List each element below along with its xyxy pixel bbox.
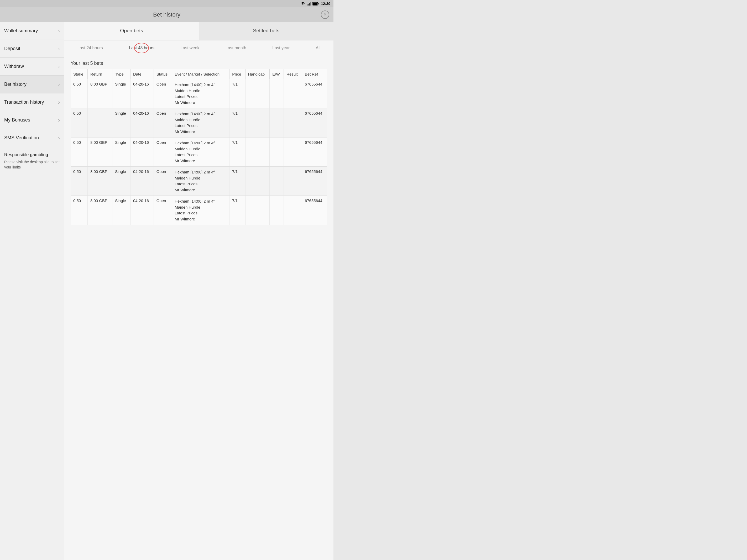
col-betref: Bet Ref	[302, 69, 327, 79]
signal-icon	[307, 2, 311, 5]
sidebar-item-my-bonuses[interactable]: My Bonuses ›	[0, 111, 64, 129]
status-time: 12:30	[321, 2, 330, 6]
filter-all[interactable]: All	[313, 45, 323, 51]
col-stake: Stake	[71, 69, 87, 79]
chevron-right-icon: ›	[58, 117, 60, 123]
svg-rect-3	[310, 2, 311, 5]
filter-last-48-label: Last 48 hours	[129, 46, 154, 50]
sidebar-label-sms-verification: SMS Verification	[4, 135, 39, 141]
svg-rect-0	[307, 4, 307, 5]
sidebar-item-wallet-summary[interactable]: Wallet summary ›	[0, 22, 64, 40]
tab-settled-bets-label: Settled bets	[253, 28, 279, 33]
table-row: 0.508:00 GBPSingle04-20-16OpenHexham [14…	[71, 196, 327, 225]
svg-rect-2	[309, 3, 310, 5]
col-status: Status	[154, 69, 172, 79]
chevron-right-icon: ›	[58, 99, 60, 105]
sidebar-label-transaction-history: Transaction history	[4, 100, 44, 105]
table-row: 0.508:00 GBPSingle04-20-16OpenHexham [14…	[71, 79, 327, 108]
main-content: Open bets Settled bets Last 24 hours Las…	[64, 22, 333, 560]
bet-table: Stake Return Type Date Status Event / Ma…	[71, 69, 327, 225]
sidebar: Wallet summary › Deposit › Withdraw › Be…	[0, 22, 64, 560]
col-ew: E/W	[269, 69, 284, 79]
status-bar: 12:30	[0, 0, 333, 7]
chevron-right-icon: ›	[58, 81, 60, 87]
sidebar-label-wallet-summary: Wallet summary	[4, 28, 38, 34]
table-row: 0.50Single04-20-16OpenHexham [14:00] 2 m…	[71, 108, 327, 137]
col-price: Price	[230, 69, 245, 79]
filter-last-week[interactable]: Last week	[178, 45, 201, 51]
sidebar-item-transaction-history[interactable]: Transaction history ›	[0, 94, 64, 111]
sidebar-item-sms-verification[interactable]: SMS Verification ›	[0, 129, 64, 147]
svg-rect-1	[308, 4, 309, 5]
filter-last-year[interactable]: Last year	[270, 45, 292, 51]
wifi-icon	[300, 2, 305, 5]
bets-section: Your last 5 bets Stake Return Type Date …	[64, 56, 333, 228]
filter-last-24[interactable]: Last 24 hours	[75, 45, 105, 51]
table-row: 0.508:00 GBPSingle04-20-16OpenHexham [14…	[71, 137, 327, 167]
sidebar-item-bet-history[interactable]: Bet history ›	[0, 76, 64, 94]
svg-rect-6	[313, 3, 317, 5]
table-row: 0.508:00 GBPSingle04-20-16OpenHexham [14…	[71, 167, 327, 196]
tabs-row: Open bets Settled bets	[64, 22, 333, 41]
status-icons	[300, 2, 319, 5]
responsible-gambling-text: Please visit the desktop site to set you…	[4, 160, 60, 170]
col-result: Result	[284, 69, 302, 79]
tab-open-bets[interactable]: Open bets	[64, 22, 199, 40]
sidebar-item-deposit[interactable]: Deposit ›	[0, 40, 64, 58]
tab-open-bets-label: Open bets	[120, 28, 143, 33]
time-filter-row: Last 24 hours Last 48 hours Last week La…	[64, 41, 333, 56]
tab-settled-bets[interactable]: Settled bets	[199, 22, 334, 40]
bets-subtitle: Your last 5 bets	[71, 61, 327, 66]
chevron-right-icon: ›	[58, 63, 60, 70]
sidebar-label-my-bonuses: My Bonuses	[4, 117, 30, 123]
chevron-right-icon: ›	[58, 135, 60, 141]
chevron-right-icon: ›	[58, 28, 60, 34]
col-type: Type	[112, 69, 130, 79]
chevron-right-icon: ›	[58, 46, 60, 52]
sidebar-label-bet-history: Bet history	[4, 82, 27, 87]
sidebar-item-withdraw[interactable]: Withdraw ›	[0, 58, 64, 76]
svg-rect-5	[318, 3, 319, 4]
main-layout: Wallet summary › Deposit › Withdraw › Be…	[0, 22, 333, 560]
col-return: Return	[87, 69, 112, 79]
filter-last-48[interactable]: Last 48 hours	[127, 45, 156, 51]
col-event: Event / Market / Selection	[172, 69, 230, 79]
page-header: Bet history ×	[0, 7, 333, 22]
sidebar-label-deposit: Deposit	[4, 46, 20, 51]
col-handicap: Handicap	[245, 69, 269, 79]
table-header-row: Stake Return Type Date Status Event / Ma…	[71, 69, 327, 79]
responsible-gambling-section: Responsible gambling Please visit the de…	[0, 147, 64, 175]
filter-last-month[interactable]: Last month	[224, 45, 249, 51]
battery-icon	[312, 2, 319, 5]
col-date: Date	[130, 69, 154, 79]
sidebar-label-withdraw: Withdraw	[4, 64, 24, 69]
responsible-gambling-title: Responsible gambling	[4, 152, 60, 157]
page-title: Bet history	[153, 11, 180, 18]
close-button[interactable]: ×	[321, 10, 329, 19]
